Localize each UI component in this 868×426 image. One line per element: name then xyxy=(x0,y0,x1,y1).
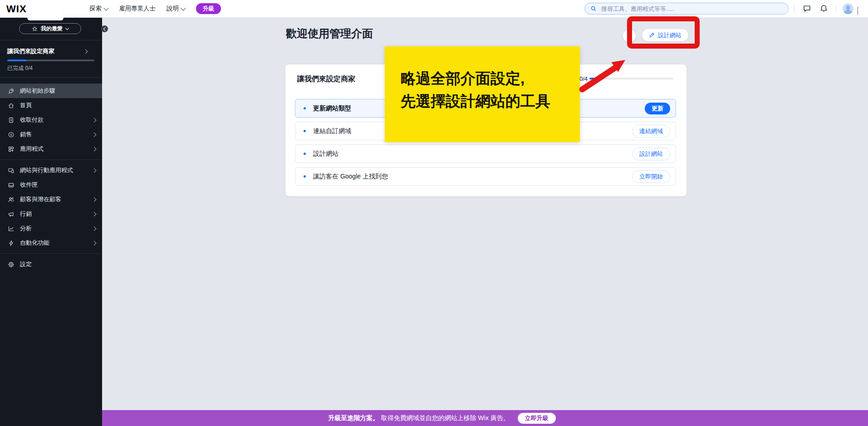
avatar[interactable] xyxy=(843,3,853,14)
bullet-dot xyxy=(304,107,306,109)
task-connect-domain-button[interactable]: 連結網域 xyxy=(632,125,670,138)
nav-explore[interactable]: 探索 xyxy=(89,5,108,13)
sidebar-item-site-first-steps[interactable]: 網站初始步驟 xyxy=(0,84,102,98)
nav-explore-label: 探索 xyxy=(89,5,102,13)
automations-icon xyxy=(7,239,15,247)
annotation-arrow xyxy=(574,50,633,95)
topbar-nav: 探索 雇用專業人士 說明 升級 xyxy=(89,0,221,17)
setup-progress-caption: 已完成 0/4 xyxy=(7,64,33,72)
sidebar-item-label: 網站與行動應用程式 xyxy=(20,166,87,174)
sidebar-item-label: 自動化功能 xyxy=(20,239,87,247)
sidebar-item-label: 行銷 xyxy=(20,210,87,218)
sidebar-item-label: 收取付款 xyxy=(20,116,87,124)
banner-upgrade-button[interactable]: 立即升級 xyxy=(518,413,556,424)
chevron-right-icon xyxy=(92,241,97,245)
sidebar-item-label: 設定 xyxy=(20,260,96,268)
sidebar-item-site-mobile-app[interactable]: 網站與行動應用程式 xyxy=(0,163,102,178)
sidebar-item-automations[interactable]: 自動化功能 xyxy=(0,236,102,250)
divider xyxy=(0,77,102,78)
bell-icon[interactable] xyxy=(819,4,828,15)
favorites-label: 我的最愛 xyxy=(41,25,63,33)
setup-title: 讓我們來設定商家 xyxy=(7,47,54,55)
sidebar-item-inbox[interactable]: 收件匣 xyxy=(0,178,102,192)
chevron-down-icon xyxy=(103,5,108,10)
sidebar-setup-section[interactable]: 讓我們來設定商家 xyxy=(7,47,87,55)
note-line-1: 略過全部介面設定, xyxy=(401,67,580,90)
chevron-right-icon xyxy=(92,197,97,202)
topbar: WIX 探索 雇用專業人士 說明 升級 xyxy=(0,0,868,18)
sidebar-item-apps[interactable]: 應用程式 xyxy=(0,142,102,156)
banner-bold-text: 升級至進階方案。 xyxy=(328,414,379,421)
rocket-icon xyxy=(7,87,15,94)
home-icon xyxy=(7,102,15,109)
payments-icon: $ xyxy=(7,116,15,124)
contacts-icon xyxy=(7,196,15,203)
setup-progress-bar xyxy=(7,59,94,61)
wix-logo: WIX xyxy=(6,3,27,15)
nav-help-label: 說明 xyxy=(167,5,179,13)
chevron-right-icon xyxy=(92,168,97,173)
chevron-right-icon xyxy=(92,212,97,216)
upgrade-button[interactable]: 升級 xyxy=(196,3,221,14)
sidebar-item-analytics[interactable]: 分析 xyxy=(0,221,102,236)
nav-help[interactable]: 說明 xyxy=(167,5,185,13)
sidebar-item-label: 網站初始步驟 xyxy=(20,87,96,95)
page-title: 歡迎使用管理介面 xyxy=(286,26,373,41)
analytics-icon xyxy=(7,225,15,232)
sidebar-item-label: 銷售 xyxy=(20,130,87,139)
task-label: 設計網站 xyxy=(313,150,632,158)
marketing-icon xyxy=(7,210,15,218)
inbox-icon xyxy=(7,181,15,188)
divider xyxy=(0,159,102,160)
annotation-sticky-note: 略過全部介面設定, 先選擇設計網站的工具 xyxy=(385,46,580,142)
annotation-highlight-box xyxy=(627,16,700,49)
upgrade-banner: 升級至進階方案。 取得免費網域並自您的網站上移除 Wix 廣告。 立即升級 xyxy=(102,410,868,426)
chevron-right-icon xyxy=(92,132,97,137)
sales-icon: $ xyxy=(7,131,15,138)
site-mobile-icon xyxy=(7,167,15,174)
nav-hire-professional[interactable]: 雇用專業人士 xyxy=(119,5,156,13)
site-name-placeholder[interactable] xyxy=(27,1,64,20)
search-input[interactable] xyxy=(600,5,783,13)
settings-icon xyxy=(7,261,15,268)
chat-icon[interactable] xyxy=(803,4,811,15)
svg-text:$: $ xyxy=(10,118,12,121)
search-bar[interactable] xyxy=(584,3,789,15)
star-icon xyxy=(32,26,38,32)
task-get-started-button[interactable]: 立即開始 xyxy=(632,170,670,183)
chevron-right-icon xyxy=(92,118,97,122)
divider xyxy=(0,40,102,40)
sidebar-item-label: 收件匣 xyxy=(20,181,96,189)
chevron-right-icon xyxy=(92,147,97,151)
favorites-button[interactable]: 我的最愛 xyxy=(19,23,81,34)
sidebar-item-settings[interactable]: 設定 xyxy=(0,257,102,272)
sidebar-item-marketing[interactable]: 行銷 xyxy=(0,207,102,221)
sidebar-item-label: 顧客與潛在顧客 xyxy=(20,195,87,203)
bullet-dot xyxy=(304,130,306,132)
search-icon xyxy=(590,5,597,12)
divider xyxy=(836,5,836,12)
sidebar-item-sales[interactable]: $ 銷售 xyxy=(0,127,102,142)
svg-text:$: $ xyxy=(10,133,12,136)
task-design-site[interactable]: 設計網站 設計網站 xyxy=(295,144,676,163)
bullet-dot xyxy=(304,175,306,178)
note-line-2: 先選擇設計網站的工具 xyxy=(401,90,580,113)
avatar-head xyxy=(846,5,850,10)
chevron-down-icon xyxy=(65,26,69,30)
sidebar-item-get-paid[interactable]: $ 收取付款 xyxy=(0,113,102,127)
chevron-down-icon xyxy=(181,5,186,10)
sidebar-collapse-button[interactable] xyxy=(101,25,108,32)
divider xyxy=(794,5,794,12)
task-design-site-button[interactable]: 設計網站 xyxy=(632,148,670,160)
task-update-button[interactable]: 更新 xyxy=(645,103,670,114)
sidebar-item-home[interactable]: 首頁 xyxy=(0,98,102,113)
nav-hire-professional-label: 雇用專業人士 xyxy=(119,5,156,13)
sidebar-item-contacts-leads[interactable]: 顧客與潛在顧客 xyxy=(0,192,102,207)
sidebar-menu: 網站初始步驟 首頁 $ 收取付款 $ 銷售 xyxy=(0,84,102,272)
task-label: 讓訪客在 Google 上找到您 xyxy=(313,173,632,181)
divider xyxy=(0,253,102,254)
task-get-found-google[interactable]: 讓訪客在 Google 上找到您 立即開始 xyxy=(295,167,676,186)
card-title: 讓我們來設定商家 xyxy=(297,74,355,84)
sidebar-item-label: 分析 xyxy=(20,224,87,233)
account-menu-chevron[interactable] xyxy=(858,7,858,15)
